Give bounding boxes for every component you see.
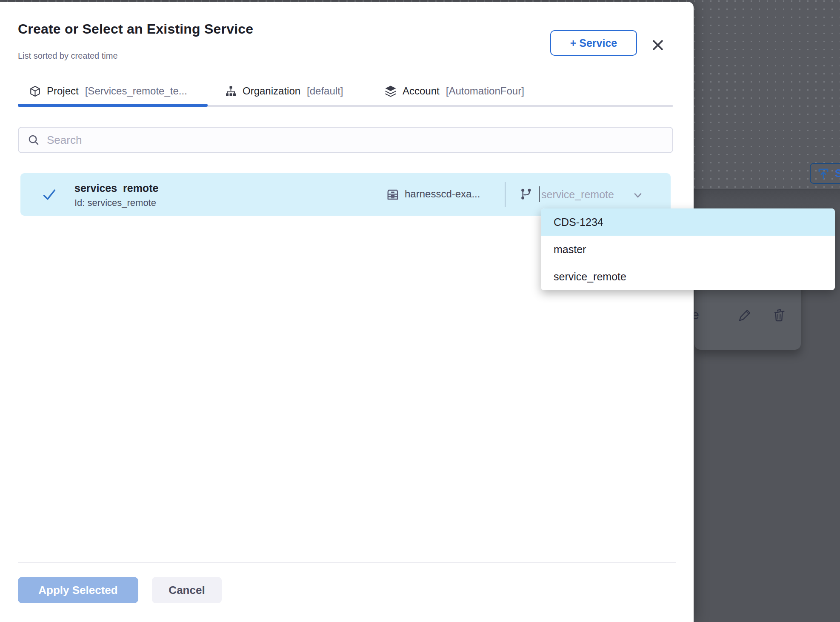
edit-icon[interactable] <box>736 307 751 322</box>
tab-project[interactable]: Project [Services_remote_te... <box>29 82 187 100</box>
save-button[interactable]: S <box>810 163 840 184</box>
account-layers-icon <box>384 85 397 97</box>
tab-organization-detail: [default] <box>307 85 343 97</box>
project-cube-icon <box>29 85 41 97</box>
close-icon[interactable] <box>649 36 667 54</box>
branch-option-cds-1234[interactable]: CDS-1234 <box>541 208 835 236</box>
git-branch-icon <box>519 187 533 201</box>
footer-divider <box>18 562 676 563</box>
branch-input[interactable] <box>541 185 633 204</box>
check-icon <box>41 186 58 203</box>
search-box <box>18 127 673 153</box>
text-cursor <box>539 186 540 202</box>
upload-icon <box>817 167 830 180</box>
modal-subtitle: List sorted by created time <box>18 51 118 61</box>
tab-project-detail: [Services_remote_te... <box>85 85 187 97</box>
delete-icon[interactable] <box>771 307 786 322</box>
tab-active-indicator <box>18 104 208 107</box>
organization-hierarchy-icon <box>225 85 237 97</box>
repository-icon <box>385 186 400 202</box>
add-service-button[interactable]: + Service <box>550 30 637 56</box>
tab-organization[interactable]: Organization [default] <box>225 82 343 100</box>
tab-account[interactable]: Account [AutomationFour] <box>384 82 524 100</box>
branch-dropdown: CDS-1234 master service_remote <box>541 208 835 290</box>
chevron-down-icon[interactable] <box>632 189 644 201</box>
apply-selected-button[interactable]: Apply Selected <box>18 577 138 603</box>
repository-name: harnesscd-exa... <box>405 188 480 200</box>
tab-organization-label: Organization <box>243 85 300 97</box>
save-button-label: S <box>835 167 840 180</box>
tab-project-label: Project <box>47 85 79 97</box>
tab-account-label: Account <box>403 85 440 97</box>
branch-option-service-remote[interactable]: service_remote <box>541 263 835 290</box>
service-select-modal: Create or Select an Existing Service Lis… <box>0 2 694 622</box>
service-id: Id: services_remote <box>74 197 156 208</box>
cancel-button[interactable]: Cancel <box>152 577 222 603</box>
row-divider <box>505 182 506 207</box>
search-input[interactable] <box>47 128 672 152</box>
tab-account-detail: [AutomationFour] <box>446 85 524 97</box>
modal-title: Create or Select an Existing Service <box>18 21 253 37</box>
branch-option-master[interactable]: master <box>541 236 835 263</box>
search-icon <box>27 134 40 146</box>
service-name: services_remote <box>74 182 158 194</box>
